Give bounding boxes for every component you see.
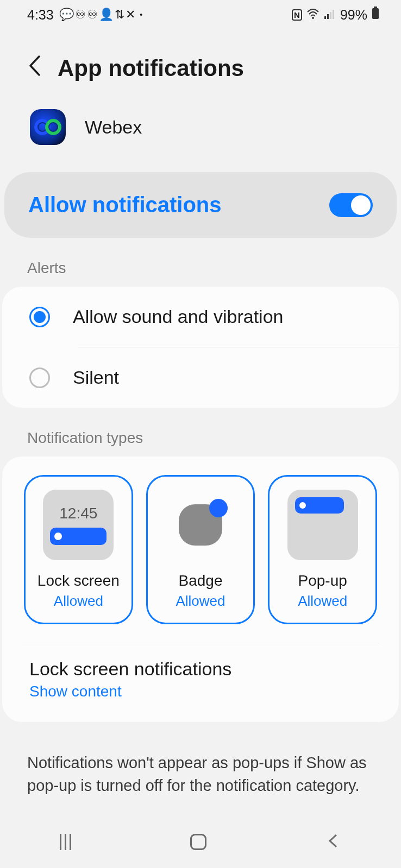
nav-recent-button[interactable] [60, 834, 71, 850]
nav-home-button[interactable] [190, 834, 206, 850]
status-notification-icons: 💬 ♾ ♾ 👤 ⇅ ✕ [59, 8, 135, 22]
divider [22, 643, 379, 643]
tile-status: Allowed [176, 593, 225, 610]
popup-preview-icon [287, 490, 358, 560]
types-card: 12:45 Lock screen Allowed Badge Allowed … [2, 457, 399, 722]
signal-icon [324, 7, 336, 23]
battery-icon [372, 7, 379, 23]
page-title: App notifications [58, 55, 244, 81]
type-tile-lock-screen[interactable]: 12:45 Lock screen Allowed [24, 475, 133, 624]
svg-rect-1 [324, 16, 326, 19]
system-nav-bar [0, 816, 401, 868]
nav-back-button[interactable] [325, 833, 342, 851]
tile-title: Badge [179, 572, 223, 590]
battery-percent: 99% [340, 7, 367, 23]
status-bar: 4:33 💬 ♾ ♾ 👤 ⇅ ✕ • N 99% [0, 0, 401, 27]
tile-title: Lock screen [37, 572, 120, 590]
section-header-alerts: Alerts [0, 238, 401, 287]
tile-status: Allowed [54, 593, 103, 610]
svg-rect-5 [374, 7, 377, 8]
svg-point-0 [312, 17, 314, 19]
svg-rect-6 [372, 8, 379, 19]
alert-option-label: Allow sound and vibration [73, 306, 283, 327]
type-tile-popup[interactable]: Pop-up Allowed [268, 475, 377, 624]
tile-status: Allowed [298, 593, 347, 610]
svg-rect-3 [330, 12, 331, 19]
allow-notifications-label: Allow notifications [28, 193, 222, 217]
svg-rect-2 [327, 14, 329, 19]
alerts-card: Allow sound and vibration Silent [2, 287, 399, 408]
alert-option-silent[interactable]: Silent [2, 347, 399, 408]
alert-option-sound-vibration[interactable]: Allow sound and vibration [2, 287, 399, 347]
status-dot-icon: • [140, 10, 142, 19]
nfc-icon: N [292, 9, 302, 21]
status-time: 4:33 [27, 7, 54, 23]
badge-preview-icon [165, 490, 236, 560]
tile-title: Pop-up [298, 572, 347, 590]
page-header: App notifications [0, 27, 401, 104]
lock-screen-notifications-title: Lock screen notifications [29, 658, 372, 680]
app-icon [30, 109, 66, 145]
svg-rect-4 [333, 10, 334, 19]
alert-option-label: Silent [73, 367, 119, 388]
type-tile-badge[interactable]: Badge Allowed [146, 475, 255, 624]
allow-notifications-row[interactable]: Allow notifications [4, 172, 397, 238]
lock-screen-preview-icon: 12:45 [43, 490, 114, 560]
radio-selected-icon [29, 307, 50, 327]
wifi-icon [306, 7, 319, 23]
lock-screen-notifications-row[interactable]: Lock screen notifications Show content [24, 658, 377, 700]
app-name: Webex [85, 117, 142, 138]
preview-time: 12:45 [59, 505, 97, 522]
footer-note: Notifications won't appear as pop-ups if… [0, 722, 401, 797]
section-header-types: Notification types [0, 408, 401, 457]
radio-unselected-icon [29, 368, 50, 388]
app-row: Webex [0, 104, 401, 172]
lock-screen-notifications-subtitle: Show content [29, 683, 372, 700]
back-icon[interactable] [27, 54, 41, 82]
allow-notifications-toggle[interactable] [329, 193, 373, 217]
